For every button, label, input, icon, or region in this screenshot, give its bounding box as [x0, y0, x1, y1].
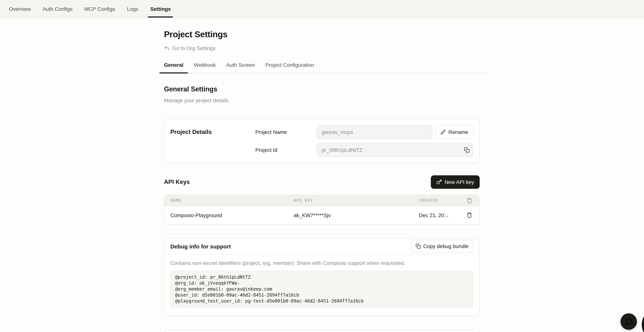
trash-icon [466, 197, 472, 203]
next-card-partial [164, 329, 480, 332]
project-id-row: Project Id pr_06th1pLdNtTZ [255, 143, 473, 157]
debug-line: @playground_test_user_id: pg-test-d5e001… [175, 298, 468, 304]
column-header-actions [459, 197, 479, 203]
rename-button-label: Rename [448, 129, 468, 135]
debug-line: @project_id: pr_06th1pLdNtTZ [175, 274, 468, 280]
project-details-title: Project Details [170, 125, 255, 157]
pencil-icon [440, 129, 446, 135]
copy-icon [415, 244, 420, 249]
nav-item-overview[interactable]: Overview [8, 0, 32, 18]
tab-auth-screen[interactable]: Auth Screen [222, 62, 260, 73]
new-api-key-button[interactable]: New API key [431, 175, 480, 189]
table-row: Composio-Playground ak_KW7*****Sjv Dec 2… [164, 206, 479, 224]
tab-webhook[interactable]: Webhook [189, 62, 220, 73]
debug-info-description: Contains non-secret identifiers (project… [170, 260, 473, 266]
debug-code-block: @project_id: pr_06th1pLdNtTZ@org_id: ok_… [170, 271, 473, 307]
org-settings-link[interactable]: Go to Org Settings [164, 45, 216, 51]
nav-item-logs[interactable]: Logs [126, 0, 139, 18]
tab-general[interactable]: General [160, 62, 188, 73]
api-key-actions-cell [459, 212, 479, 218]
api-key-value-cell: ak_KW7*****Sjv [294, 212, 419, 218]
copy-project-id-button[interactable] [464, 147, 470, 153]
api-key-created-cell: Dec 21, 20... [419, 212, 459, 218]
copy-icon [464, 147, 470, 153]
chat-bubble-icon [625, 318, 632, 325]
api-keys-section-head: API Keys New API key [164, 175, 480, 189]
column-header-name: NAME [164, 198, 294, 203]
org-settings-link-label: Go to Org Settings [172, 45, 216, 51]
debug-info-card: Debug info for support Copy debug bundle… [164, 238, 480, 316]
delete-api-key-button[interactable] [466, 212, 472, 218]
general-settings-subheading: Manage your project details. [164, 97, 480, 103]
debug-info-title: Debug info for support [170, 243, 231, 249]
api-keys-table: NAME API KEY CREATED Composio-Playground… [164, 195, 480, 224]
key-icon [436, 179, 442, 185]
nav-item-auth-configs[interactable]: Auth Configs [42, 0, 73, 18]
project-name-input[interactable] [317, 125, 432, 139]
settings-tabs: General Webhook Auth Screen Project Conf… [160, 62, 488, 73]
nav-item-mcp-configs[interactable]: MCP Configs [84, 0, 116, 18]
api-key-name-cell: Composio-Playground [164, 212, 294, 218]
main-content: Project Settings Go to Org Settings Gene… [164, 18, 480, 332]
general-settings-heading: General Settings [164, 85, 480, 93]
project-id-label: Project Id [255, 147, 317, 153]
project-name-label: Project Name [255, 129, 317, 135]
debug-line: @user_id: d5e001b0-09ac-46d2-8451-2694ff… [175, 292, 468, 298]
top-nav: Overview Auth Configs MCP Configs Logs S… [0, 0, 644, 18]
project-id-value: pr_06th1pLdNtTZ [322, 147, 362, 153]
column-header-created: CREATED [419, 198, 459, 203]
debug-info-header: Debug info for support Copy debug bundle [164, 239, 479, 254]
nav-item-settings[interactable]: Settings [150, 0, 172, 18]
trash-icon [466, 212, 472, 218]
project-details-fields: Project Name Rename Project Id pr_06th1p… [255, 125, 473, 157]
corner-up-left-icon [164, 45, 170, 51]
project-name-row: Project Name Rename [255, 125, 473, 139]
chat-support-button[interactable] [620, 313, 637, 330]
rename-button[interactable]: Rename [435, 125, 473, 139]
new-api-key-label: New API key [444, 179, 474, 185]
api-keys-table-header: NAME API KEY CREATED [164, 195, 479, 206]
copy-debug-bundle-button[interactable]: Copy debug bundle [410, 240, 473, 252]
copy-debug-bundle-label: Copy debug bundle [423, 243, 468, 249]
api-keys-heading: API Keys [164, 178, 190, 185]
column-header-api-key: API KEY [294, 198, 419, 203]
debug-line: @org_id: ok_jVveqqkYFWa- [175, 280, 468, 286]
app-root: Overview Auth Configs MCP Configs Logs S… [0, 0, 644, 332]
project-details-card: Project Details Project Name Rename Proj… [164, 118, 480, 163]
edge-partial-circle [642, 308, 644, 332]
tab-project-configuration[interactable]: Project Configuration [261, 62, 319, 73]
debug-info-body: Contains non-secret identifiers (project… [164, 254, 479, 315]
page-title: Project Settings [164, 18, 480, 40]
debug-line: @org_member_email: gaurav@inkeep.com [175, 286, 468, 292]
project-id-field: pr_06th1pLdNtTZ [317, 143, 473, 157]
